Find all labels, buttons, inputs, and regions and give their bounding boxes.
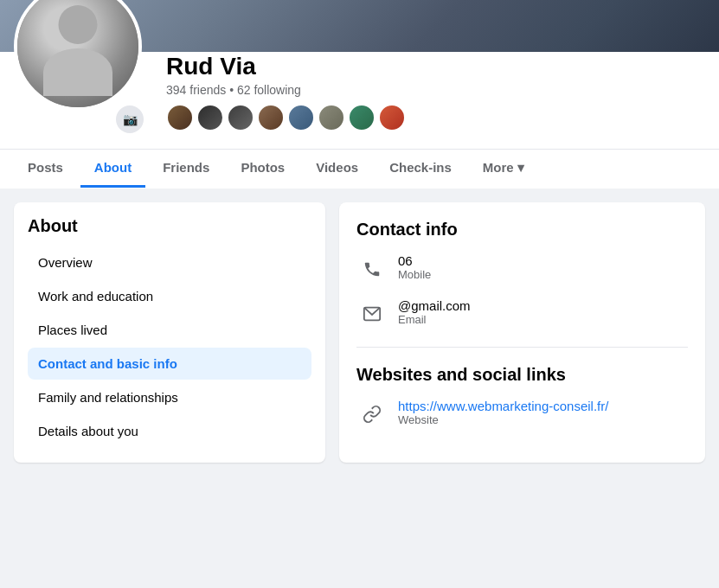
- friend-avatars: [166, 104, 406, 131]
- email-icon: [356, 298, 388, 329]
- phone-value: 06: [398, 253, 431, 268]
- website-info: https://www.webmarketing-conseil.fr/ Web…: [398, 399, 608, 426]
- nav-checkins[interactable]: Check-ins: [376, 150, 465, 188]
- friend-avatar[interactable]: [196, 104, 224, 131]
- page-body: About Overview Work and education Places…: [0, 189, 719, 476]
- contact-section-title: Contact info: [356, 220, 688, 240]
- friend-avatar[interactable]: [287, 104, 315, 131]
- phone-label: Mobile: [398, 268, 431, 281]
- email-info: @gmail.com Email: [398, 298, 471, 326]
- left-nav-family[interactable]: Family and relationships: [28, 381, 311, 413]
- avatar-image: [17, 0, 138, 107]
- email-value: @gmail.com: [398, 298, 471, 313]
- right-panel: Contact info 06 Mobile @gmail.c: [339, 202, 705, 463]
- social-section-title: Websites and social links: [356, 365, 688, 385]
- phone-info: 06 Mobile: [398, 253, 431, 281]
- left-nav-work[interactable]: Work and education: [28, 280, 311, 312]
- friend-avatar[interactable]: [378, 104, 406, 131]
- nav-videos[interactable]: Videos: [302, 150, 372, 188]
- website-label: Website: [398, 413, 608, 426]
- nav-about[interactable]: About: [80, 150, 145, 188]
- left-panel-title: About: [28, 216, 311, 236]
- email-row: @gmail.com Email: [356, 298, 688, 329]
- section-divider: [356, 347, 688, 348]
- left-nav-contact[interactable]: Contact and basic info: [28, 348, 311, 380]
- friend-avatar[interactable]: [257, 104, 285, 131]
- friend-avatar[interactable]: [227, 104, 254, 131]
- phone-icon: [356, 253, 388, 284]
- friend-avatar[interactable]: [166, 104, 194, 131]
- left-nav-overview[interactable]: Overview: [28, 246, 311, 278]
- profile-nav: Posts About Friends Photos Videos Check-…: [0, 149, 719, 189]
- nav-friends[interactable]: Friends: [149, 150, 223, 188]
- profile-info: Rud Via 394 friends • 62 following: [166, 52, 406, 138]
- left-panel: About Overview Work and education Places…: [14, 202, 325, 463]
- nav-more[interactable]: More ▾: [469, 150, 538, 189]
- link-icon: [356, 399, 388, 430]
- camera-button[interactable]: 📷: [116, 105, 144, 133]
- profile-section: 📷 Rud Via 394 friends • 62 following: [0, 52, 719, 149]
- nav-posts[interactable]: Posts: [14, 150, 77, 188]
- profile-stats: 394 friends • 62 following: [166, 83, 406, 97]
- friend-avatar[interactable]: [348, 104, 376, 131]
- avatar-wrapper: 📷: [14, 35, 152, 138]
- nav-photos[interactable]: Photos: [227, 150, 299, 188]
- website-value[interactable]: https://www.webmarketing-conseil.fr/: [398, 399, 608, 413]
- phone-row: 06 Mobile: [356, 253, 688, 284]
- profile-name: Rud Via: [166, 52, 406, 81]
- profile-top: 📷 Rud Via 394 friends • 62 following: [14, 52, 705, 149]
- left-nav-details[interactable]: Details about you: [28, 415, 311, 447]
- left-nav-places[interactable]: Places lived: [28, 314, 311, 346]
- friend-avatar[interactable]: [318, 104, 345, 131]
- avatar: [14, 0, 142, 111]
- website-row: https://www.webmarketing-conseil.fr/ Web…: [356, 399, 688, 430]
- email-label: Email: [398, 313, 471, 326]
